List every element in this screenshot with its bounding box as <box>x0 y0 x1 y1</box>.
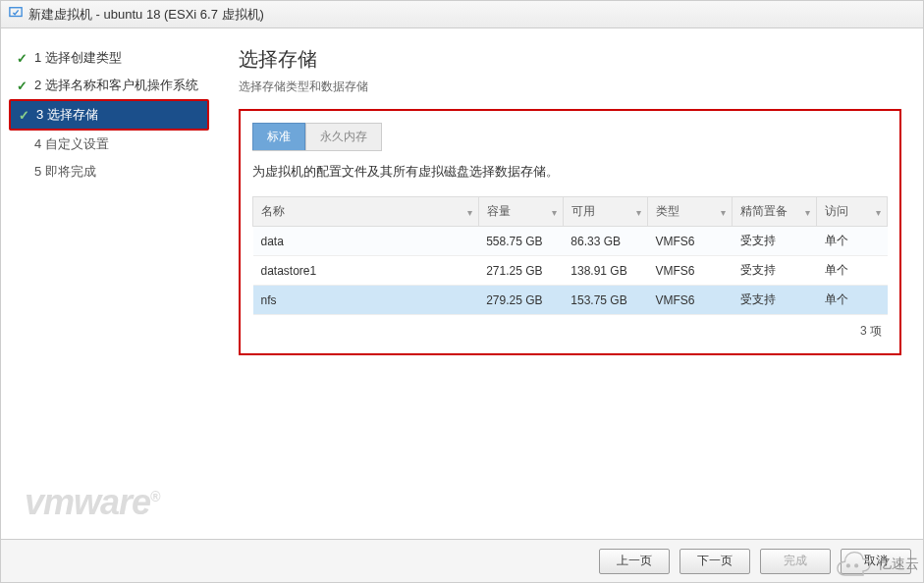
cell-name: nfs <box>253 286 479 315</box>
chevron-down-icon: ▾ <box>552 206 557 217</box>
cell-access: 单个 <box>817 227 888 256</box>
finish-button: 完成 <box>760 549 831 574</box>
cell-access: 单个 <box>817 286 888 315</box>
cell-free: 86.33 GB <box>563 227 647 256</box>
step-label: 2 选择名称和客户机操作系统 <box>34 77 198 94</box>
cell-capacity: 271.25 GB <box>478 256 563 286</box>
tab-pmem[interactable]: 永久内存 <box>305 123 382 150</box>
page-title: 选择存储 <box>239 46 901 73</box>
step-label: 1 选择创建类型 <box>34 49 122 67</box>
step-create-type[interactable]: 1 选择创建类型 <box>9 44 209 72</box>
col-type[interactable]: 类型▾ <box>647 197 732 227</box>
step-storage[interactable]: 3 选择存储 <box>9 99 209 131</box>
step-custom[interactable]: 4 自定义设置 <box>9 131 209 158</box>
back-button[interactable]: 上一页 <box>599 549 670 574</box>
step-label: 4 自定义设置 <box>34 135 109 153</box>
tab-standard[interactable]: 标准 <box>252 123 305 150</box>
chevron-down-icon: ▾ <box>636 206 641 217</box>
cell-name: data <box>253 227 479 256</box>
table-row[interactable]: data 558.75 GB 86.33 GB VMFS6 受支持 单个 <box>253 227 888 256</box>
watermark-text: 亿速云 <box>878 556 919 573</box>
cell-thin: 受支持 <box>733 227 817 256</box>
cell-free: 153.75 GB <box>563 286 647 315</box>
new-vm-dialog: 新建虚拟机 - ubuntu 18 (ESXi 6.7 虚拟机) 1 选择创建类… <box>0 0 924 583</box>
cell-thin: 受支持 <box>733 256 817 286</box>
cell-thin: 受支持 <box>733 286 817 315</box>
titlebar-text: 新建虚拟机 - ubuntu 18 (ESXi 6.7 虚拟机) <box>28 6 264 24</box>
table-footer-count: 3 项 <box>252 315 888 342</box>
tab-description: 为虚拟机的配置文件及其所有虚拟磁盘选择数据存储。 <box>252 163 888 181</box>
step-label: 5 即将完成 <box>34 163 96 181</box>
cell-capacity: 558.75 GB <box>478 227 563 256</box>
chevron-down-icon: ▾ <box>721 206 726 217</box>
svg-point-1 <box>846 563 850 567</box>
svg-rect-0 <box>10 8 22 17</box>
cell-type: VMFS6 <box>647 286 732 315</box>
main-panel: 选择存储 选择存储类型和数据存储 标准 永久内存 为虚拟机的配置文件及其所有虚拟… <box>217 28 923 539</box>
cell-type: VMFS6 <box>647 227 732 256</box>
chevron-down-icon: ▾ <box>876 206 881 217</box>
cell-capacity: 279.25 GB <box>478 286 563 315</box>
cell-type: VMFS6 <box>647 256 732 286</box>
page-subtitle: 选择存储类型和数据存储 <box>239 79 901 95</box>
col-capacity[interactable]: 容量▾ <box>478 197 563 227</box>
cloud-icon <box>831 551 874 578</box>
col-free[interactable]: 可用▾ <box>563 197 647 227</box>
vm-icon <box>9 6 23 23</box>
titlebar: 新建虚拟机 - ubuntu 18 (ESXi 6.7 虚拟机) <box>1 1 923 28</box>
next-button[interactable]: 下一页 <box>679 549 750 574</box>
wizard-sidebar: 1 选择创建类型 2 选择名称和客户机操作系统 3 选择存储 4 自定义设置 5… <box>1 28 217 539</box>
col-name[interactable]: 名称▾ <box>253 197 479 227</box>
watermark-badge: 亿速云 <box>831 551 919 578</box>
table-row[interactable]: nfs 279.25 GB 153.75 GB VMFS6 受支持 单个 <box>253 286 888 315</box>
cell-free: 138.91 GB <box>563 256 647 286</box>
vmware-logo: vmware® <box>25 482 159 523</box>
col-thin[interactable]: 精简置备▾ <box>733 197 817 227</box>
dialog-footer: 上一页 下一页 完成 取消 <box>1 539 923 582</box>
step-ready[interactable]: 5 即将完成 <box>9 158 209 186</box>
step-name-os[interactable]: 2 选择名称和客户机操作系统 <box>9 72 209 99</box>
storage-panel: 标准 永久内存 为虚拟机的配置文件及其所有虚拟磁盘选择数据存储。 名称▾ 容量▾… <box>239 109 901 355</box>
table-row[interactable]: datastore1 271.25 GB 138.91 GB VMFS6 受支持… <box>253 256 888 286</box>
chevron-down-icon: ▾ <box>805 206 810 217</box>
content-area: 1 选择创建类型 2 选择名称和客户机操作系统 3 选择存储 4 自定义设置 5… <box>1 28 923 539</box>
step-label: 3 选择存储 <box>36 106 98 124</box>
datastore-table: 名称▾ 容量▾ 可用▾ 类型▾ 精简置备▾ 访问▾ data 558.75 GB <box>252 196 888 315</box>
chevron-down-icon: ▾ <box>467 206 472 217</box>
col-access[interactable]: 访问▾ <box>817 197 888 227</box>
cell-access: 单个 <box>817 256 888 286</box>
cell-name: datastore1 <box>253 256 479 286</box>
svg-point-2 <box>854 563 858 567</box>
storage-tabs: 标准 永久内存 <box>252 123 382 151</box>
